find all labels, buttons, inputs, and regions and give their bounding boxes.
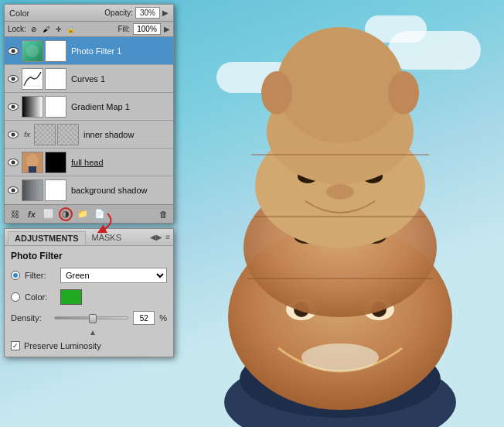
adjustment-type-title: Photo Filter [5,246,173,265]
adj-header-icons: ◀▶ ≡ [150,233,170,241]
preserve-luminosity-row: ✓ Preserve Luminosity [11,341,167,350]
filter-label: Filter: [25,271,56,280]
color-row: Color: [11,289,167,305]
slider-marker: ▲ [11,328,167,336]
layer-row-curves[interactable]: Curves 1 [5,65,173,93]
visibility-toggle-curves[interactable] [6,72,20,86]
opacity-value[interactable]: 30% [135,7,160,19]
add-style-icon[interactable]: fx [25,207,39,221]
density-slider[interactable] [54,316,128,319]
layer-row-gradient-map[interactable]: Gradient Map 1 [5,93,173,121]
visibility-toggle-gradient-map[interactable] [6,100,20,114]
svg-rect-29 [22,97,43,117]
layers-panel: Color Opacity: 30% ▶ Lock: ⊘ 🖌 ✛ 🔒 Fill:… [4,4,174,224]
svg-point-3 [301,343,379,371]
visibility-toggle-full-head[interactable] [6,155,20,169]
fill-value[interactable]: 100% [133,23,161,35]
new-group-icon[interactable]: 📁 [76,207,90,221]
svg-rect-32 [29,166,36,173]
color-radio[interactable] [11,292,20,302]
adjustment-layer-icon[interactable]: ◑ [59,207,73,221]
svg-point-31 [26,154,39,168]
layer-mask-bg-shadow [45,179,66,201]
panel-expand-icon[interactable]: ▶ [162,9,169,17]
adj-menu-icon[interactable]: ≡ [165,233,170,241]
lock-all-icon[interactable]: 🔒 [66,25,76,34]
layer-mask-inner-shadow [57,124,79,145]
filter-select[interactable]: Green Warming Filter (85) Cooling Filter… [60,268,167,283]
layer-thumb-bg-shadow [22,179,43,201]
layer-mask-photo-filter [45,40,66,62]
opacity-label: Opacity: [104,9,133,17]
visibility-toggle-bg-shadow[interactable] [6,183,20,197]
layer-mask-full-head [45,152,66,173]
svg-point-20 [388,71,419,114]
color-swatch[interactable] [60,289,82,305]
layer-name-gradient-map: Gradient Map 1 [68,102,172,111]
layer-row-bg-shadow[interactable]: background shadow [5,176,173,204]
add-mask-icon[interactable]: ⬜ [42,207,56,221]
density-row: Density: 52 % [11,311,167,325]
layer-name-curves: Curves 1 [68,74,172,84]
link-layers-icon[interactable]: ⛓ [8,207,22,221]
layer-thumb-full-head [22,152,43,173]
preserve-luminosity-checkbox[interactable]: ✓ [11,341,20,350]
svg-point-14 [326,184,354,200]
layer-thumb-inner-shadow [34,124,56,145]
opacity-section: Opacity: 30% ▶ [104,7,169,19]
svg-point-18 [277,27,404,143]
lock-paint-icon[interactable]: 🖌 [42,25,51,34]
svg-rect-33 [22,180,43,200]
layers-panel-title: Color [9,9,104,18]
svg-point-25 [26,45,39,57]
layer-row-inner-shadow[interactable]: fx inner shadow [5,121,173,149]
color-label: Color: [25,292,56,302]
lock-transparency-icon[interactable]: ⊘ [29,25,39,34]
adjustment-controls: Filter: Green Warming Filter (85) Coolin… [5,265,173,357]
adj-nav-icon[interactable]: ◀▶ [150,233,162,241]
layer-name-photo-filter: Photo Filter 1 [68,46,172,56]
surreal-face [178,0,502,427]
layer-name-bg-shadow: background shadow [68,186,172,195]
layer-thumb-curves [22,68,43,90]
layer-thumb-gradient-map [22,96,43,118]
layer-row-photo-filter[interactable]: Photo Filter 1 [5,37,173,65]
tab-adjustments[interactable]: ADJUSTMENTS [8,231,86,244]
layer-mask-curves [45,68,66,90]
layer-thumb-photo-filter [22,40,43,62]
layers-header: Color Opacity: 30% ▶ [5,5,173,22]
adjustments-panel: ADJUSTMENTS MASKS ◀▶ ≡ Photo Filter Filt… [4,228,174,357]
preserve-luminosity-label: Preserve Luminosity [24,341,101,350]
visibility-toggle-inner-shadow[interactable] [6,128,20,142]
lock-label: Lock: [8,25,26,33]
red-arrow-indicator [89,207,120,240]
density-value[interactable]: 52 [133,311,155,325]
visibility-toggle-photo-filter[interactable] [6,44,20,58]
delete-layer-icon[interactable]: 🗑 [156,207,170,221]
fx-badge-inner-shadow: fx [22,129,32,140]
layer-mask-gradient-map [45,96,66,118]
filter-radio[interactable] [11,271,20,280]
layer-name-inner-shadow: inner shadow [80,130,172,139]
density-label: Density: [11,313,49,323]
lock-position-icon[interactable]: ✛ [54,25,63,34]
fill-label: Fill: [117,25,130,33]
filter-row: Filter: Green Warming Filter (85) Coolin… [11,268,167,283]
fill-expand-icon[interactable]: ▶ [164,25,170,33]
svg-point-19 [261,71,292,114]
density-percent: % [159,313,167,323]
layer-name-full-head: full head [68,158,172,167]
layer-row-full-head[interactable]: full head [5,149,173,176]
layers-lock-row: Lock: ⊘ 🖌 ✛ 🔒 Fill: 100% ▶ [5,22,173,37]
